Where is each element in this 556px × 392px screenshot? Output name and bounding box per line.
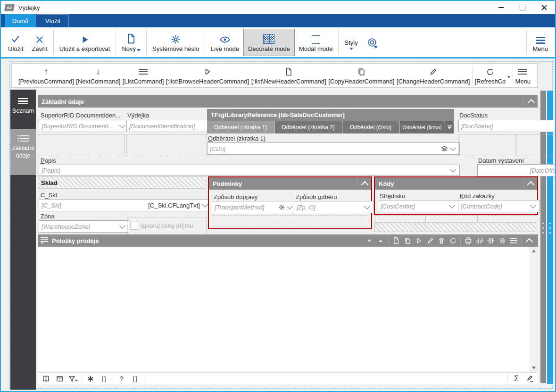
c-skl-combo[interactable] [39,199,212,211]
settings-gear-button[interactable] [362,29,382,56]
close-button[interactable] [533,1,555,14]
copy-icon [357,66,365,77]
new-dropdown-caret-icon [137,49,141,51]
collapse-section-button[interactable] [523,97,534,106]
question-icon[interactable]: ? [116,374,127,384]
docstatus-combo[interactable] [458,120,556,132]
tab-domu[interactable]: Domů [5,14,36,27]
zpusob-odberu-combo[interactable] [294,201,374,213]
items-grid-body[interactable] [38,247,538,372]
zpusob-dopravy-input[interactable] [215,204,279,211]
popis-label: Popis [41,157,56,164]
edit-item-icon[interactable] [425,235,435,246]
minimize-button[interactable] [490,1,512,14]
next-command-button[interactable]: ↓ [NextCommand] [76,66,120,85]
brackets-icon[interactable]: [] [130,374,141,384]
play-filled-icon [81,33,89,44]
datum-vystaveni-input[interactable] [480,167,556,174]
zpusob-odberu-input[interactable] [297,204,362,211]
archive-box-icon[interactable] [54,374,65,384]
decorate-mode-button[interactable]: Decorate mode [243,29,295,56]
save-button[interactable]: Uložit [4,29,28,56]
docstatus-input[interactable] [461,123,556,130]
run-item-icon[interactable] [414,235,424,246]
popis-input[interactable] [41,167,448,174]
book-icon[interactable] [41,374,51,384]
superior-combo[interactable] [39,120,129,132]
grid-menu-icon[interactable] [41,235,51,246]
change-header-command-button[interactable]: [ChangeHeaderCommand] [397,66,470,85]
sidebar-item-zakladni-udaje[interactable]: Základní údaje [10,129,36,175]
superior-input[interactable] [41,123,117,130]
app-logo-icon: K2 [4,4,15,11]
empty-cell [516,134,556,156]
save-and-export-button[interactable]: Uložit a exportovat [55,29,115,56]
stredisko-combo[interactable] [378,200,459,212]
stredisko-input[interactable] [381,203,447,210]
scroll-up-button[interactable] [375,235,386,246]
ignoruj-ceny-checkbox[interactable] [130,222,138,230]
zona-input[interactable] [41,223,117,230]
close-document-button[interactable]: Zavřít [28,29,52,56]
collapse-podminky-button[interactable] [357,179,367,188]
vydejka-field[interactable] [126,120,211,132]
cdo-combo[interactable] [207,142,460,155]
c-skl-input[interactable] [41,202,84,209]
print-icon[interactable] [463,235,473,246]
maximize-button[interactable] [512,1,533,14]
copy-item-icon[interactable] [402,235,413,246]
browse-header-command-button[interactable]: [:list\BrowseHeaderCommand] [166,66,249,85]
scrollbar-down-arrow[interactable] [532,367,536,369]
filter-icon[interactable] [68,374,78,384]
cdo-input[interactable] [210,145,441,152]
tab-odberatel-zkratka2[interactable]: Odběratel (zkratka 2) [274,121,342,133]
chevron-up-icon [527,181,535,188]
brackets-icon[interactable]: [] [99,374,109,384]
tab-odberatel-zkratka1[interactable]: Odběratel (zkratka 1) [207,121,274,133]
kod-zakazky-input[interactable] [461,203,528,210]
grid-menu-button[interactable] [508,235,519,246]
refresh-items-icon[interactable] [448,235,458,246]
delete-item-icon[interactable] [436,235,447,246]
styles-button[interactable]: Styly [340,29,362,56]
section-header-zakladni-udaje: Základní údaje [38,95,538,108]
refresh-command-button[interactable]: [RefreshCo [475,66,511,85]
columns-icon[interactable] [486,235,496,246]
list-command-button[interactable]: [ListCommand] [123,66,164,85]
zpusob-dopravy-combo[interactable] [212,201,297,213]
command-menu-button[interactable]: Menu [515,66,531,85]
grid-settings-gear-icon[interactable] [497,235,507,246]
popis-combo[interactable] [39,165,460,176]
modal-mode-button[interactable]: Modal mode [295,29,337,56]
live-mode-button[interactable]: Live mode [207,29,243,56]
previous-command-button[interactable]: ↑ [PreviousCommand] [18,66,74,85]
chart-export-icon[interactable] [474,235,485,246]
sidebar-item-seznam[interactable]: Seznam [10,92,36,129]
edit-note-icon[interactable] [525,374,535,384]
copy-header-command-button[interactable]: [CopyHeaderCommand] [328,66,394,85]
tab-vlozit[interactable]: Vložit [37,14,69,27]
collapse-items-button[interactable] [524,235,534,246]
new-header-command-button[interactable]: [:list\NewHeaderCommand] [251,66,326,85]
collapse-kody-button[interactable] [523,179,533,188]
sum-icon[interactable]: Σ [511,374,522,384]
kod-zakazky-combo[interactable] [458,200,540,212]
system-password-button[interactable]: Systémové heslo [148,29,203,56]
datum-vystaveni-combo[interactable] [477,164,556,176]
vertical-scrollbar[interactable] [530,247,538,372]
new-item-icon[interactable] [391,235,401,246]
form-area: Základní údaje SuperiorRID.Documentiden.… [37,92,538,390]
settings-caret-icon [374,46,378,49]
menu-button[interactable]: Menu [528,29,552,56]
hamburger-icon [518,66,527,77]
tab-overflow-button[interactable] [445,121,454,133]
scrollbar-up-arrow[interactable] [532,250,536,252]
chevron-down-icon [202,201,208,208]
new-button[interactable]: Nový [117,29,145,56]
asterisk-icon[interactable] [85,374,96,384]
tab-odberatel-cislo[interactable]: Odběratel (číslo) [342,121,399,133]
tab-odberatel-firma[interactable]: Odběratel (firma) [399,121,445,133]
zona-combo[interactable] [39,220,129,233]
vydejka-input[interactable] [129,123,208,130]
scroll-down-button[interactable] [364,235,374,246]
